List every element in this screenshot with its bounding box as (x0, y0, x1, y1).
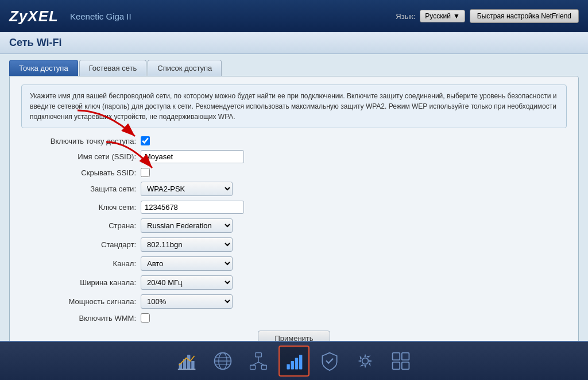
page-title-bar: Сеть Wi-Fi (0, 32, 588, 54)
language-select[interactable]: Русский ▼ (420, 10, 465, 22)
taskbar-item-internet[interactable] (207, 346, 238, 377)
protection-label: Защита сети: (21, 185, 136, 193)
zyxel-logo: ZyXEL (9, 7, 59, 25)
wifi-bars-icon (284, 351, 304, 371)
country-label: Страна: (21, 221, 136, 230)
header-right: Язык: Русский ▼ Быстрая настройка NetFri… (396, 9, 579, 23)
standard-value: 802.11bgn 802.11b 802.11g 802.11n (141, 237, 233, 252)
wmm-checkbox[interactable] (141, 313, 150, 323)
bandwidth-row: Ширина канала: 20/40 МГц 20 МГц 40 МГц (21, 275, 567, 290)
protection-value: WPA2-PSK Нет WEP WPA-PSK WPA/WPA2-PSK (141, 182, 233, 196)
taskbar-item-settings[interactable] (350, 346, 381, 377)
svg-rect-13 (250, 365, 256, 369)
apply-btn-container: Применить (21, 331, 567, 341)
tab-access-list[interactable]: Список доступа (148, 60, 222, 76)
country-value: Russian Federation (141, 218, 233, 233)
hide-ssid-row: Скрывать SSID: (21, 168, 567, 177)
svg-rect-26 (402, 362, 409, 370)
country-select[interactable]: Russian Federation (141, 218, 233, 233)
taskbar-item-security[interactable] (314, 346, 345, 377)
settings-panel: Укажите имя для вашей беспроводной сети,… (9, 76, 579, 341)
protection-row: Защита сети: WPA2-PSK Нет WEP WPA-PSK WP… (21, 182, 567, 196)
wmm-row: Включить WMM: (21, 313, 567, 323)
taskbar-item-apps[interactable] (385, 346, 416, 377)
network-icon (248, 351, 269, 371)
enable-ap-label: Включить точку доступа: (21, 137, 136, 145)
svg-rect-4 (187, 355, 190, 369)
taskbar-item-stats[interactable] (172, 346, 203, 377)
bandwidth-select[interactable]: 20/40 МГц 20 МГц 40 МГц (141, 275, 233, 290)
channel-select[interactable]: Авто 1234 5678 (141, 256, 233, 271)
header-left: ZyXEL Keenetic Giga II (9, 7, 131, 25)
bandwidth-value: 20/40 МГц 20 МГц 40 МГц (141, 275, 233, 290)
key-label: Ключ сети: (21, 203, 136, 212)
info-box: Укажите имя для вашей беспроводной сети,… (21, 85, 567, 128)
protection-select[interactable]: WPA2-PSK Нет WEP WPA-PSK WPA/WPA2-PSK (141, 182, 233, 196)
taskbar-item-network[interactable] (243, 346, 274, 377)
svg-rect-12 (256, 353, 262, 357)
tab-guest-network[interactable]: Гостевая сеть (79, 60, 147, 76)
wmm-value (141, 313, 150, 323)
globe-icon (212, 351, 233, 371)
ssid-input[interactable] (141, 150, 244, 163)
svg-rect-5 (191, 361, 194, 369)
shield-icon (319, 351, 340, 371)
svg-rect-18 (287, 364, 289, 369)
chart-icon (177, 351, 198, 371)
svg-rect-19 (291, 361, 294, 369)
wmm-label: Включить WMM: (21, 314, 136, 323)
signal-row: Мощность сигнала: 100% 25% 50% 75% (21, 294, 567, 309)
form-section: Включить точку доступа: (21, 136, 567, 323)
country-row: Страна: Russian Federation (21, 218, 567, 233)
svg-rect-25 (393, 362, 400, 370)
standard-row: Стандарт: 802.11bgn 802.11b 802.11g 802.… (21, 237, 567, 252)
apply-button[interactable]: Применить (258, 331, 330, 341)
apps-icon (390, 351, 411, 371)
taskbar-item-wifi[interactable] (278, 346, 310, 377)
model-name: Keenetic Giga II (70, 11, 131, 21)
lang-label: Язык: (396, 12, 415, 21)
hide-ssid-label: Скрывать SSID: (21, 168, 136, 177)
enable-ap-row: Включить точку доступа: (21, 136, 567, 145)
svg-rect-24 (402, 353, 409, 360)
svg-rect-20 (295, 358, 298, 370)
hide-ssid-checkbox[interactable] (141, 168, 150, 177)
svg-line-17 (258, 362, 264, 365)
tab-access-point[interactable]: Точка доступа (9, 60, 78, 76)
key-input[interactable] (141, 201, 244, 214)
enable-ap-value (141, 136, 150, 145)
channel-row: Канал: Авто 1234 5678 (21, 256, 567, 271)
tabs: Точка доступа Гостевая сеть Список досту… (9, 60, 579, 76)
quick-setup-button[interactable]: Быстрая настройка NetFriend (470, 9, 579, 23)
standard-label: Стандарт: (21, 240, 136, 249)
svg-line-16 (253, 362, 258, 365)
ssid-row: Имя сети (SSID): (21, 150, 567, 163)
taskbar (0, 341, 588, 380)
signal-label: Мощность сигнала: (21, 297, 136, 306)
key-value (141, 201, 244, 214)
header: ZyXEL Keenetic Giga II Язык: Русский ▼ Б… (0, 0, 588, 32)
svg-rect-14 (261, 365, 266, 369)
ssid-value (141, 150, 244, 163)
gear-icon (355, 351, 376, 371)
svg-rect-21 (299, 355, 302, 369)
main-content: Точка доступа Гостевая сеть Список досту… (0, 54, 588, 341)
hide-ssid-value (141, 168, 150, 177)
key-row: Ключ сети: (21, 201, 567, 214)
signal-select[interactable]: 100% 25% 50% 75% (141, 294, 233, 309)
svg-rect-23 (393, 353, 400, 360)
bandwidth-label: Ширина канала: (21, 278, 136, 287)
signal-value: 100% 25% 50% 75% (141, 294, 233, 309)
page-title: Сеть Wi-Fi (9, 37, 61, 48)
enable-ap-checkbox[interactable] (141, 136, 150, 145)
ssid-label: Имя сети (SSID): (21, 152, 136, 161)
channel-label: Канал: (21, 259, 136, 268)
channel-value: Авто 1234 5678 (141, 256, 233, 271)
standard-select[interactable]: 802.11bgn 802.11b 802.11g 802.11n (141, 237, 233, 252)
svg-point-22 (362, 358, 369, 364)
